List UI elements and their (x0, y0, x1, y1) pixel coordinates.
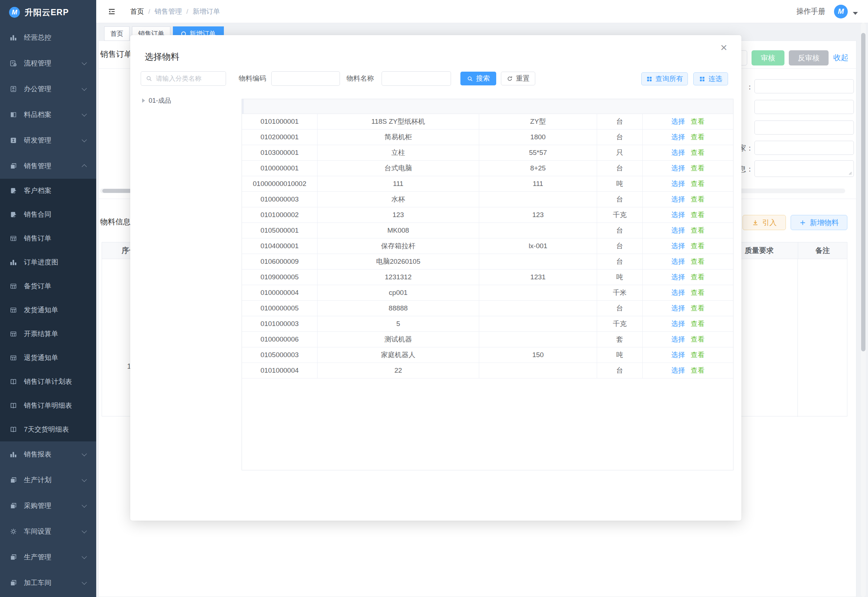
sidebar-item[interactable]: 发货通知单 (0, 298, 96, 322)
view-link[interactable]: 查看 (691, 163, 705, 173)
avatar[interactable]: M (834, 5, 848, 18)
view-link[interactable]: 查看 (691, 226, 705, 235)
sidebar-item[interactable]: 车间设置 (0, 518, 96, 544)
add-material-button[interactable]: 新增物料 (791, 215, 847, 230)
breadcrumb-home[interactable]: 首页 (130, 7, 144, 16)
view-link[interactable]: 查看 (691, 288, 705, 297)
form-input[interactable] (754, 100, 854, 114)
category-tree-node[interactable]: 01-成品 (142, 96, 171, 105)
cell-code: 0100000006 (242, 332, 317, 347)
select-link[interactable]: 选择 (671, 272, 685, 282)
chevron-down-icon (82, 451, 87, 456)
material-code-input[interactable] (271, 71, 340, 86)
select-link[interactable]: 选择 (671, 288, 685, 297)
form-input[interactable] (754, 79, 854, 94)
cell-ops: 选择 查看 (643, 176, 733, 192)
view-link[interactable]: 查看 (691, 195, 705, 204)
sidebar-item[interactable]: 备货订单 (0, 274, 96, 298)
breadcrumb-sales[interactable]: 销售管理 (154, 7, 182, 16)
search-button[interactable]: 搜索 (461, 72, 496, 85)
collapse-sidebar-icon[interactable] (108, 7, 116, 16)
form-input[interactable] (754, 120, 854, 135)
sidebar-item[interactable]: 办公管理 (0, 76, 96, 102)
view-link[interactable]: 查看 (691, 257, 705, 266)
cell-ops: 选择 查看 (643, 332, 733, 347)
close-icon[interactable]: × (720, 42, 727, 53)
resize-grip-icon[interactable] (847, 171, 852, 175)
sidebar-item[interactable]: 生产计划 (0, 467, 96, 493)
category-search-input[interactable]: 请输入分类名称 (141, 71, 226, 86)
caret-down-icon[interactable] (853, 12, 858, 15)
tree-expand-icon[interactable] (142, 98, 145, 103)
sidebar-item[interactable]: 采购管理 (0, 493, 96, 518)
multi-select-button[interactable]: 连选 (693, 72, 728, 85)
tree-node-label: 01-成品 (149, 96, 171, 105)
select-link[interactable]: 选择 (671, 210, 685, 220)
view-link[interactable]: 查看 (691, 272, 705, 282)
select-link[interactable]: 选择 (671, 179, 685, 189)
view-link[interactable]: 查看 (691, 132, 705, 142)
unaudit-button[interactable]: 反审核 (789, 50, 829, 65)
sidebar-item[interactable]: 开票结算单 (0, 322, 96, 346)
sidebar-item[interactable]: 经营总控 (0, 25, 96, 50)
view-link[interactable]: 查看 (691, 117, 705, 126)
view-link[interactable]: 查看 (691, 350, 705, 359)
sidebar-item[interactable]: 销售管理 (0, 153, 96, 179)
select-link[interactable]: 选择 (671, 319, 685, 328)
view-link[interactable]: 查看 (691, 148, 705, 157)
sidebar-item[interactable]: 研发管理 (0, 127, 96, 153)
sidebar-item[interactable]: 销售合同 (0, 203, 96, 227)
select-link[interactable]: 选择 (671, 241, 685, 251)
form-input[interactable] (754, 141, 854, 155)
select-link[interactable]: 选择 (671, 350, 685, 359)
vertical-scrollbar[interactable] (861, 23, 866, 597)
sidebar-item[interactable]: 销售订单明细表 (0, 394, 96, 417)
view-link[interactable]: 查看 (691, 335, 705, 344)
sidebar-item[interactable]: 加工车间 (0, 570, 96, 596)
select-link[interactable]: 选择 (671, 366, 685, 375)
select-link[interactable]: 选择 (671, 148, 685, 157)
sidebar-item[interactable]: 退货通知单 (0, 346, 96, 370)
manual-link[interactable]: 操作手册 (796, 6, 825, 16)
sidebar-item[interactable]: 销售订单 (0, 227, 96, 250)
sidebar-item[interactable]: 料品档案 (0, 102, 96, 127)
sidebar-item[interactable]: 生产管理 (0, 544, 96, 570)
select-link[interactable]: 选择 (671, 163, 685, 173)
view-link[interactable]: 查看 (691, 366, 705, 375)
select-link[interactable]: 选择 (671, 335, 685, 344)
select-link[interactable]: 选择 (671, 257, 685, 266)
select-link[interactable]: 选择 (671, 117, 685, 126)
view-link[interactable]: 查看 (691, 241, 705, 251)
cell-spec: 8+25 (479, 160, 597, 176)
sidebar-item[interactable]: 流程管理 (0, 50, 96, 76)
query-all-button[interactable]: 查询所有 (641, 72, 688, 85)
page-tab[interactable]: 首页 (104, 27, 129, 41)
vertical-scrollbar-thumb[interactable] (861, 33, 865, 351)
view-link[interactable]: 查看 (691, 210, 705, 220)
select-link[interactable]: 选择 (671, 226, 685, 235)
select-link[interactable]: 选择 (671, 304, 685, 313)
import-button[interactable]: 引入 (742, 215, 786, 230)
cell-code: 0109000005 (242, 270, 317, 285)
book-icon (10, 402, 17, 409)
sidebar-item[interactable]: 销售报表 (0, 441, 96, 467)
material-name-input[interactable] (382, 71, 451, 86)
view-link[interactable]: 查看 (691, 179, 705, 189)
cell-spec (479, 301, 597, 316)
cell-unit: 台 (597, 254, 643, 269)
chevron-down-icon (82, 137, 87, 142)
select-link[interactable]: 选择 (671, 132, 685, 142)
code-field-label: 物料编码 (239, 71, 266, 86)
cell-code: 0100000003 (242, 192, 317, 207)
audit-button[interactable]: 审核 (751, 50, 785, 65)
remark-textarea[interactable] (754, 160, 854, 177)
sidebar-item[interactable]: 订单进度图 (0, 250, 96, 274)
sidebar-item[interactable]: 客户档案 (0, 179, 96, 203)
view-link[interactable]: 查看 (691, 304, 705, 313)
sidebar-item[interactable]: 7天交货明细表 (0, 417, 96, 441)
sidebar-item[interactable]: 销售订单计划表 (0, 370, 96, 394)
reset-button[interactable]: 重置 (501, 72, 535, 85)
collapse-form-link[interactable]: 收起 (833, 52, 849, 62)
view-link[interactable]: 查看 (691, 319, 705, 328)
select-link[interactable]: 选择 (671, 195, 685, 204)
